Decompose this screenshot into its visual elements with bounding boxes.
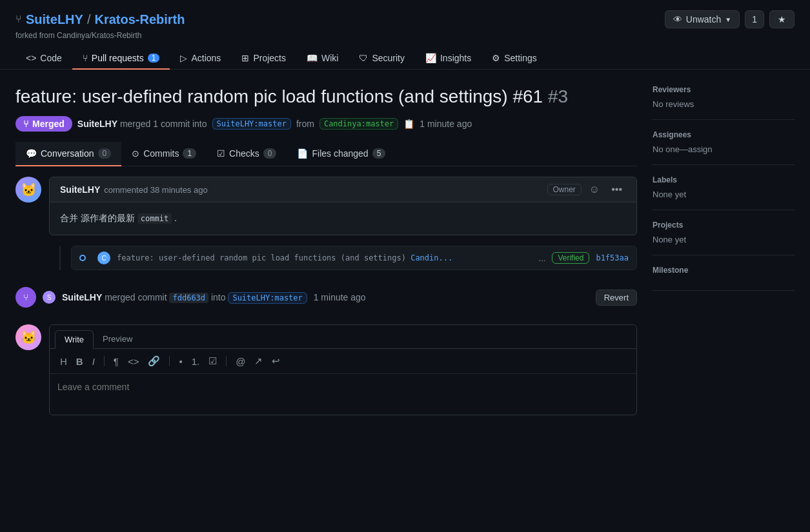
insights-icon: 📈	[425, 53, 436, 63]
projects-title: Projects	[653, 221, 795, 230]
reviewers-value: No reviews	[653, 99, 795, 109]
merge-event-text: SuiteLHY merged commit fdd663d into Suit…	[62, 292, 366, 302]
comment-box-tabs: Write Preview	[50, 325, 636, 349]
comment-body: 合并 源作者的最新 commit .	[50, 202, 636, 235]
files-icon: 📄	[297, 148, 308, 159]
projects-value: None yet	[653, 235, 795, 244]
nav-tab-actions[interactable]: ▷ Actions	[170, 48, 231, 70]
tab-checks[interactable]: ☑ Checks 0	[207, 142, 287, 166]
conversation-badge: 0	[98, 148, 112, 159]
security-icon: 🛡	[359, 53, 368, 63]
merged-event: ⑂ S SuiteLHY merged commit fdd663d into …	[15, 281, 637, 314]
owner-badge: Owner	[547, 184, 582, 195]
nav-tab-pull-requests[interactable]: ⑂ Pull requests 1	[72, 48, 170, 70]
preview-tab[interactable]: Preview	[94, 330, 141, 348]
unwatch-label: Unwatch	[686, 14, 721, 25]
nav-tab-projects[interactable]: ⊞ Projects	[231, 48, 296, 70]
repo-name-link[interactable]: Kratos-Rebirth	[94, 12, 185, 27]
revert-button[interactable]: Revert	[596, 290, 637, 306]
labels-value: None yet	[653, 190, 795, 199]
repo-nav: <> Code ⑂ Pull requests 1 ▷ Actions ⊞ Pr…	[15, 48, 795, 69]
commits-icon: ⊙	[132, 148, 139, 159]
pr-tabs: 💬 Conversation 0 ⊙ Commits 1 ☑ Checks 0 …	[15, 142, 637, 166]
projects-icon: ⊞	[241, 53, 249, 63]
merged-commit-ref[interactable]: fdd663d	[169, 293, 208, 303]
star-icon: ★	[778, 14, 786, 25]
comment-card: SuiteLHY commented 38 minutes ago Owner …	[49, 177, 637, 235]
eye-icon: 👁	[673, 14, 682, 25]
copy-icon[interactable]: 📋	[403, 119, 414, 129]
merge-author-avatar: S	[43, 291, 56, 304]
tab-commits[interactable]: ⊙ Commits 1	[121, 142, 207, 166]
tab-conversation[interactable]: 💬 Conversation 0	[15, 142, 121, 166]
nav-tab-wiki[interactable]: 📖 Wiki	[296, 48, 349, 70]
commit-author-avatar: C	[97, 251, 110, 264]
ref-button[interactable]: ↗	[252, 354, 265, 368]
pr-number: #3	[548, 86, 568, 106]
code-icon: <>	[26, 53, 36, 63]
emoji-button[interactable]: ☺	[587, 182, 602, 197]
toolbar-sep-1	[104, 356, 105, 366]
star-button[interactable]: ★	[769, 10, 795, 28]
heading-button[interactable]: H	[57, 355, 70, 368]
link-button[interactable]: 🔗	[145, 354, 163, 368]
italic-button[interactable]: I	[90, 355, 97, 368]
bold-button[interactable]: B	[74, 355, 86, 368]
pr-author: SuiteLHY merged 1 commit into	[77, 119, 207, 129]
reviewers-title: Reviewers	[653, 85, 795, 94]
actions-icon: ▷	[180, 53, 187, 63]
head-branch[interactable]: Candinya:master	[319, 118, 398, 130]
merge-event-icon: ⑂	[15, 287, 36, 308]
commit-more[interactable]: ...	[539, 253, 546, 263]
merged-badge: ⑂ Merged	[15, 116, 72, 132]
more-options-button[interactable]: •••	[607, 182, 626, 197]
toolbar-sep-2	[169, 356, 170, 366]
code-button[interactable]: <>	[125, 355, 142, 368]
commit-message: feature: user-defined random pic load fu…	[117, 253, 532, 262]
verified-badge: Verified	[552, 252, 589, 264]
assignees-value: No one—assign	[653, 144, 795, 154]
conversation-icon: 💬	[26, 148, 37, 159]
commit-hash-link[interactable]: b1f53aa	[596, 253, 629, 262]
repo-icon: ⑂	[15, 14, 22, 25]
nav-tab-code[interactable]: <> Code	[15, 48, 72, 70]
undo-button[interactable]: ↩	[269, 354, 283, 368]
repo-owner-link[interactable]: SuiteLHY	[26, 12, 83, 27]
forked-from: forked from Candinya/Kratos-Rebirth	[15, 31, 795, 40]
comment-author[interactable]: SuiteLHY	[60, 184, 100, 195]
checks-badge: 0	[263, 148, 277, 159]
watch-count[interactable]: 1	[745, 10, 764, 28]
base-branch[interactable]: SuiteLHY:master	[212, 118, 291, 130]
comment-box: Write Preview H B I ¶ <> 🔗 • 1.	[49, 324, 637, 415]
pr-icon: ⑂	[83, 53, 88, 63]
fork-source-link[interactable]: Candinya/Kratos-Rebirth	[57, 31, 141, 40]
new-comment-section: 🐱 Write Preview H B I ¶ <> 🔗	[15, 324, 637, 415]
nav-tab-settings[interactable]: ⚙ Settings	[481, 48, 547, 70]
comment-header: SuiteLHY commented 38 minutes ago Owner …	[50, 177, 636, 202]
pr-time: 1 minute ago	[420, 119, 472, 129]
merge-icon: ⑂	[23, 119, 28, 129]
commit-dot-icon	[79, 255, 86, 261]
comment-input[interactable]	[50, 374, 636, 413]
pr-title: feature: user-defined random pic load fu…	[15, 85, 637, 108]
unwatch-button[interactable]: 👁 Unwatch ▼	[665, 10, 740, 28]
pr-meta: ⑂ Merged SuiteLHY merged 1 commit into S…	[15, 116, 637, 132]
commit-row: C feature: user-defined random pic load …	[71, 246, 637, 270]
commenter-avatar: 🐱	[15, 177, 41, 202]
ordered-list-button[interactable]: 1.	[189, 355, 203, 368]
task-list-button[interactable]: ☑	[206, 354, 219, 368]
paragraph-button[interactable]: ¶	[111, 355, 121, 368]
merged-into-branch[interactable]: SuiteLHY:master	[228, 292, 307, 304]
write-tab[interactable]: Write	[55, 330, 94, 349]
nav-tab-security[interactable]: 🛡 Security	[349, 48, 415, 70]
nav-tab-insights[interactable]: 📈 Insights	[415, 48, 481, 70]
tab-files-changed[interactable]: 📄 Files changed 5	[287, 142, 396, 166]
sidebar: Reviewers No reviews Assignees No one—as…	[653, 85, 795, 418]
mention-button[interactable]: @	[233, 355, 248, 368]
unordered-list-button[interactable]: •	[176, 355, 185, 368]
wiki-icon: 📖	[307, 53, 318, 63]
sidebar-labels: Labels None yet	[653, 165, 795, 210]
dropdown-icon: ▼	[725, 16, 731, 23]
checks-icon: ☑	[217, 148, 225, 159]
pr-badge: 1	[148, 54, 160, 63]
